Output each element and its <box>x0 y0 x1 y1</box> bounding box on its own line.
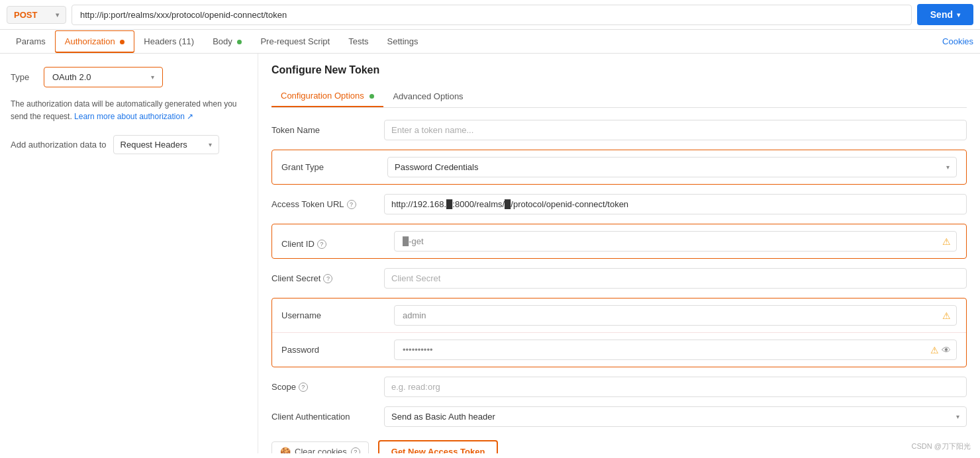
clear-cookies-button[interactable]: 🍪 Clear cookies ? <box>271 441 369 453</box>
token-name-label: Token Name <box>271 120 377 135</box>
scope-input[interactable] <box>384 377 967 397</box>
add-auth-value: Request Headers <box>121 140 187 150</box>
config-tab-options[interactable]: Configuration Options <box>271 85 383 107</box>
password-label: Password <box>281 340 387 355</box>
tab-tests[interactable]: Tests <box>339 30 377 53</box>
token-name-input[interactable] <box>384 120 967 140</box>
tab-settings[interactable]: Settings <box>378 30 428 53</box>
tab-headers[interactable]: Headers (11) <box>134 30 203 53</box>
info-text: The authorization data will be automatic… <box>11 98 247 123</box>
username-warning-icon: ⚠ <box>942 310 951 321</box>
access-token-url-input[interactable] <box>384 194 967 214</box>
config-tab-advanced[interactable]: Advanced Options <box>383 86 472 107</box>
client-auth-chevron-icon: ▾ <box>956 413 959 420</box>
method-label: POST <box>14 10 37 20</box>
config-tabs: Configuration Options Advanced Options <box>271 85 967 108</box>
access-token-url-row: Access Token URL ? <box>271 194 967 214</box>
watermark: CSDN @刀下阳光 <box>912 441 971 451</box>
type-row: Type OAuth 2.0 ▾ <box>11 67 247 87</box>
client-id-row: Client ID ? ⚠ <box>271 224 967 259</box>
send-label: Send <box>930 9 953 20</box>
authorization-dot <box>120 40 124 44</box>
add-auth-row: Add authorization data to Request Header… <box>11 135 247 154</box>
grant-type-label: Grant Type <box>281 162 381 172</box>
add-auth-chevron-icon: ▾ <box>209 141 212 148</box>
url-input[interactable] <box>72 5 912 25</box>
cookies-link[interactable]: Cookies <box>942 30 973 53</box>
token-name-row: Token Name <box>271 120 967 140</box>
client-secret-input[interactable] <box>384 268 967 289</box>
method-select[interactable]: POST ▾ <box>7 6 66 24</box>
top-bar: POST ▾ Send ▾ <box>0 0 980 30</box>
client-id-warning-icon: ⚠ <box>942 236 951 247</box>
client-id-input[interactable] <box>400 232 940 251</box>
body-dot <box>237 40 242 44</box>
grant-type-select[interactable]: Password Credentials ▾ <box>387 157 957 177</box>
username-label: Username <box>281 305 387 320</box>
username-row: Username ⚠ <box>272 298 966 333</box>
main-layout: Type OAuth 2.0 ▾ The authorization data … <box>0 54 980 453</box>
scope-info-icon: ? <box>299 383 308 392</box>
password-eye-icon[interactable]: 👁 <box>942 345 951 355</box>
tab-authorization[interactable]: Authorization <box>55 30 135 53</box>
client-secret-info-icon: ? <box>323 274 332 283</box>
tab-params[interactable]: Params <box>7 30 55 53</box>
add-auth-select[interactable]: Request Headers ▾ <box>113 135 219 154</box>
config-options-dot <box>369 94 374 99</box>
client-id-input-wrapper: ⚠ <box>394 231 957 252</box>
client-secret-row: Client Secret ? <box>271 268 967 289</box>
left-panel: Type OAuth 2.0 ▾ The authorization data … <box>0 54 258 453</box>
learn-more-link[interactable]: Learn more about authorization ↗ <box>74 112 193 121</box>
grant-type-row: Grant Type Password Credentials ▾ <box>271 150 967 185</box>
password-input[interactable] <box>400 340 928 359</box>
send-button[interactable]: Send ▾ <box>917 4 973 25</box>
grant-type-value: Password Credentials <box>395 162 478 172</box>
grant-type-chevron-icon: ▾ <box>946 163 950 171</box>
client-id-label: Client ID ? <box>281 234 387 249</box>
scope-label: Scope ? <box>271 377 377 392</box>
type-chevron-icon: ▾ <box>151 73 154 81</box>
oauth-type-select[interactable]: OAuth 2.0 ▾ <box>44 67 163 87</box>
client-id-info-icon: ? <box>317 240 326 249</box>
clear-cookies-info-icon: ? <box>351 447 360 454</box>
right-panel: Configure New Token Configuration Option… <box>258 54 980 453</box>
tab-body[interactable]: Body <box>203 30 251 53</box>
bottom-actions: 🍪 Clear cookies ? Get New Access Token <box>271 440 967 453</box>
add-auth-label: Add authorization data to <box>11 140 107 150</box>
tabs-bar: Params Authorization Headers (11) Body P… <box>0 30 980 54</box>
client-secret-label: Client Secret ? <box>271 268 377 283</box>
cookie-icon: 🍪 <box>280 447 291 453</box>
client-auth-value: Send as Basic Auth header <box>391 412 495 422</box>
scope-row: Scope ? <box>271 377 967 397</box>
type-label: Type <box>11 72 44 82</box>
client-auth-row: Client Authentication Send as Basic Auth… <box>271 406 967 427</box>
method-chevron-icon: ▾ <box>56 11 59 19</box>
username-input-wrapper: ⚠ <box>394 305 957 326</box>
password-warning-icon: ⚠ <box>930 345 939 355</box>
credentials-block: Username ⚠ Password ⚠ 👁 <box>271 298 967 367</box>
password-row: Password ⚠ 👁 <box>272 333 966 367</box>
password-input-wrapper: ⚠ 👁 <box>394 340 957 360</box>
configure-title: Configure New Token <box>271 64 967 76</box>
client-auth-select[interactable]: Send as Basic Auth header ▾ <box>384 406 967 427</box>
send-arrow-icon: ▾ <box>957 11 960 19</box>
get-token-button[interactable]: Get New Access Token <box>378 440 499 453</box>
tab-pre-request[interactable]: Pre-request Script <box>251 30 339 53</box>
access-token-url-info-icon: ? <box>347 200 356 209</box>
client-auth-label: Client Authentication <box>271 406 377 422</box>
username-input[interactable] <box>400 306 940 325</box>
access-token-url-label: Access Token URL ? <box>271 194 377 209</box>
oauth-type-value: OAuth 2.0 <box>52 72 91 82</box>
